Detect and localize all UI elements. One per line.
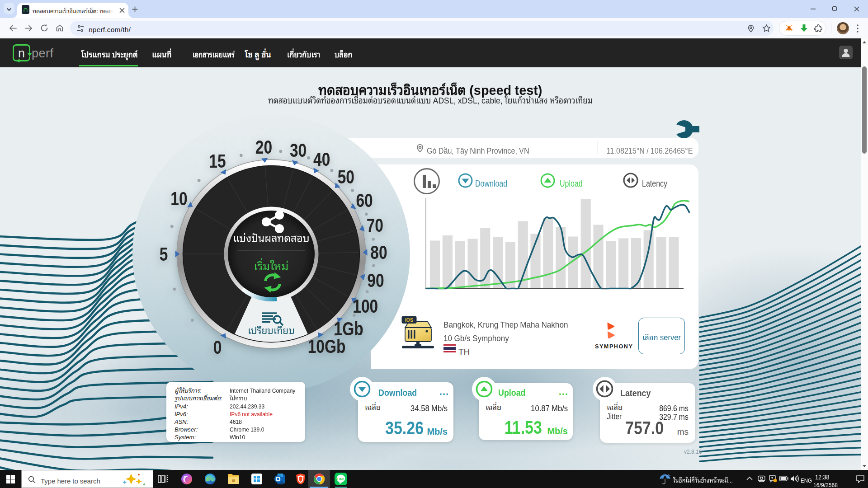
- svg-text:IOS: IOS: [405, 317, 413, 323]
- svg-text:90: 90: [367, 269, 384, 291]
- svg-text:20: 20: [255, 136, 272, 158]
- svg-text:30: 30: [290, 139, 307, 161]
- svg-text:100: 100: [353, 295, 378, 317]
- svg-text:5: 5: [160, 243, 168, 265]
- svg-text:perf: perf: [32, 47, 54, 60]
- svg-text:0: 0: [213, 336, 222, 358]
- svg-text:n: n: [18, 47, 25, 60]
- svg-text:เริ่มใหม่: เริ่มใหม่: [254, 256, 289, 274]
- svg-text:80: 80: [370, 241, 387, 263]
- svg-text:70: 70: [367, 214, 383, 236]
- svg-text:40: 40: [313, 148, 330, 170]
- svg-text:10Gb: 10Gb: [308, 335, 346, 357]
- svg-text:แบ่งปันผลทดสอบ: แบ่งปันผลทดสอบ: [233, 229, 309, 245]
- svg-text:10: 10: [170, 188, 187, 209]
- svg-text:เปรียบเทียบ: เปรียบเทียบ: [248, 322, 294, 337]
- svg-text:60: 60: [356, 189, 373, 211]
- svg-text:15: 15: [209, 150, 226, 172]
- svg-text:50: 50: [338, 166, 354, 188]
- svg-text:LINE: LINE: [337, 478, 344, 481]
